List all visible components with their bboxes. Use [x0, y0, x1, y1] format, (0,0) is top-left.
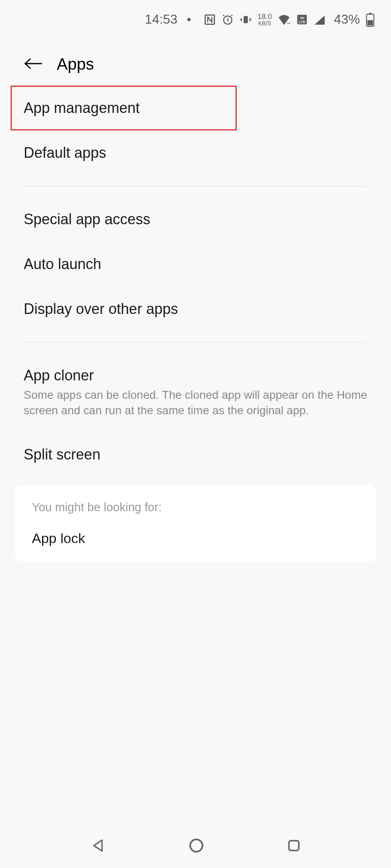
nfc-icon [204, 13, 216, 26]
list-item-label: App cloner [24, 367, 367, 384]
list-item-label: Split screen [24, 446, 367, 463]
list-item-label: Default apps [24, 144, 367, 161]
battery-icon [366, 12, 375, 27]
suggestion-label: You might be looking for: [32, 501, 359, 514]
list-item-special-app-access[interactable]: Special app access [24, 197, 367, 242]
svg-text:LTE: LTE [298, 20, 305, 24]
svg-rect-12 [289, 841, 299, 850]
network-speed: 18.0 KB/S [258, 13, 272, 26]
divider [24, 342, 367, 342]
nav-recent-icon[interactable] [287, 838, 301, 853]
suggestion-card: You might be looking for: App lock [15, 485, 376, 562]
signal-icon [313, 14, 326, 25]
nav-home-icon[interactable] [188, 837, 204, 854]
svg-text:Vo: Vo [300, 15, 304, 20]
list-item-split-screen[interactable]: Split screen [24, 432, 367, 477]
header: Apps [0, 39, 391, 86]
svg-point-3 [287, 23, 289, 24]
list-item-app-management[interactable]: App management [24, 86, 367, 130]
wifi-icon [278, 14, 291, 25]
svg-point-4 [289, 23, 290, 24]
list-item-app-cloner[interactable]: App cloner Some apps can be cloned. The … [24, 353, 367, 432]
highlight-box [11, 86, 237, 130]
list-item-label: Special app access [24, 211, 367, 228]
suggestion-item-app-lock[interactable]: App lock [32, 530, 359, 546]
volte-icon: Vo LTE [296, 14, 308, 25]
alarm-icon [222, 13, 234, 26]
divider [24, 186, 367, 186]
status-time: 14:53 [145, 12, 178, 27]
list-item-label: Display over other apps [24, 300, 367, 318]
list-item-display-over-apps[interactable]: Display over other apps [24, 287, 367, 331]
list-item-default-apps[interactable]: Default apps [24, 130, 367, 175]
svg-point-11 [190, 839, 202, 852]
back-arrow-icon[interactable] [24, 56, 42, 73]
svg-rect-9 [369, 13, 371, 14]
status-bar: 14:53 18.0 KB/S [0, 0, 391, 39]
nav-bar [0, 823, 391, 868]
nav-back-icon[interactable] [90, 837, 106, 854]
page-title: Apps [57, 55, 94, 73]
status-dot-icon [187, 18, 191, 21]
svg-rect-2 [244, 16, 248, 23]
battery-percent: 43% [334, 12, 360, 27]
list-item-auto-launch[interactable]: Auto launch [24, 242, 367, 287]
list-item-label: Auto launch [24, 256, 367, 273]
svg-rect-10 [367, 20, 373, 25]
list-item-description: Some apps can be cloned. The cloned app … [24, 387, 367, 418]
vibrate-icon [240, 13, 252, 26]
